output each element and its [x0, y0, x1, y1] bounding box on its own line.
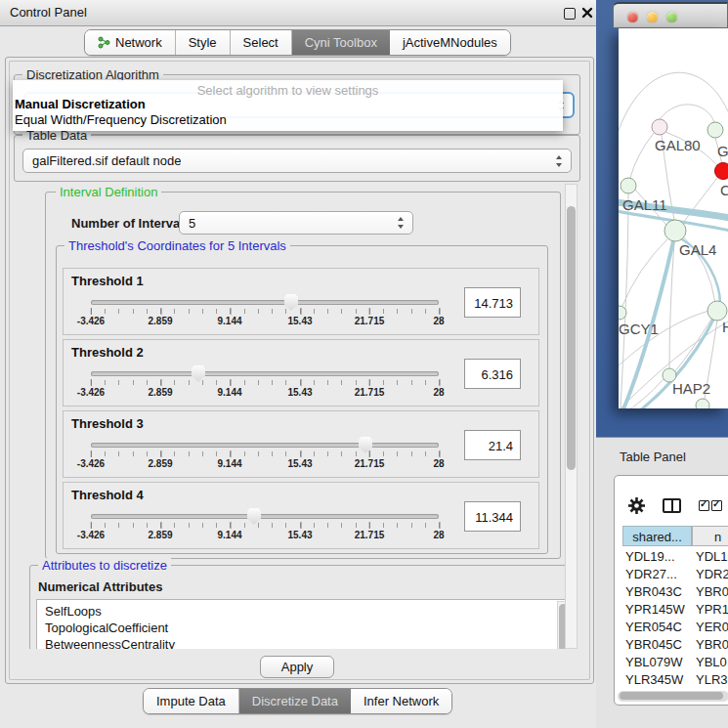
node-label-hap2: HAP2 [672, 380, 710, 397]
threshold-3-value-field[interactable]: 21.4 [464, 430, 521, 460]
node-label-partial-h: H [722, 319, 728, 335]
apply-button[interactable]: Apply [260, 656, 334, 678]
threshold-1-value-field[interactable]: 14.713 [464, 287, 521, 318]
attributes-group-title: Attributes to discretize [38, 558, 171, 573]
control-panel-tabs: Network Style Select Cyni Toolbox jActiv… [84, 29, 511, 56]
threshold-3-panel: Threshold 3 -3.426 2.859 9.144 15.43 21.… [63, 410, 539, 478]
tab-jactivemnodules[interactable]: jActiveMNodules [390, 30, 510, 55]
list-item[interactable]: SelfLoops [37, 600, 565, 620]
network-window-titlebar[interactable] [613, 2, 728, 28]
table-panel-area: Table Panel shared... n YDL19...YDL1 [596, 437, 728, 728]
node-gal11 [621, 178, 636, 193]
numerical-attributes-list: SelfLoops TopologicalCoefficient Between… [36, 599, 565, 649]
interval-definition-groupbox: Interval Definition Number of Intervals … [45, 192, 561, 559]
thresholds-group-title: Threshold's Coordinates for 5 Intervals [64, 238, 290, 253]
select-checkbox-icon[interactable] [711, 500, 722, 511]
list-item[interactable]: BetweennessCentrality [37, 636, 565, 649]
thresholds-groupbox: Threshold's Coordinates for 5 Intervals … [56, 245, 548, 554]
screen: Control Panel Network Style Select Cyni … [0, 0, 728, 728]
network-icon [98, 36, 110, 49]
algorithm-dropdown-popup: Select algorithm to view settings Manual… [13, 80, 563, 131]
cyni-bottom-tabs: Impute Data Discretize Data Infer Networ… [143, 688, 452, 714]
node-table-box: shared... n YDL19...YDL1 YDR27...YDR2 YB… [614, 475, 728, 706]
tab-network[interactable]: Network [85, 30, 176, 55]
tick-strip [91, 451, 440, 456]
column-split-icon[interactable] [663, 498, 681, 513]
network-view-canvas[interactable]: GAL80 GA GAL11 C GAL4 GCY1 H HAP2 [619, 28, 728, 408]
list-item[interactable]: TopologicalCoefficient [37, 620, 565, 636]
threshold-1-label: Threshold 1 [71, 274, 144, 288]
interval-definition-title: Interval Definition [56, 185, 161, 199]
table-panel-title: Table Panel [620, 450, 686, 464]
float-window-icon[interactable] [564, 8, 576, 20]
attributes-groupbox: Attributes to discretize Numerical Attri… [29, 565, 565, 649]
node-h [707, 301, 727, 321]
threshold-3-slider-track[interactable] [91, 443, 439, 448]
threshold-1-panel: Threshold 1 -3.426 2.859 9.144 15.43 21.… [63, 268, 539, 335]
tick-strip [91, 309, 440, 314]
network-graph: GAL80 GA GAL11 C GAL4 GCY1 H HAP2 [619, 28, 728, 408]
settings-scroll-viewport: Interval Definition Number of Intervals … [14, 184, 565, 649]
node-label-gal4: GAL4 [679, 241, 716, 258]
dropdown-option-manual[interactable]: Manual Discretization [15, 97, 146, 112]
threshold-3-label: Threshold 3 [71, 416, 144, 431]
node-label-gal80: GAL80 [655, 137, 701, 153]
threshold-4-slider-track[interactable] [91, 514, 439, 519]
column-header-shared-name[interactable]: shared... [622, 526, 692, 546]
combo-arrows-icon [398, 217, 405, 229]
maximize-traffic-light-icon[interactable] [666, 12, 677, 22]
table-data-groupbox: Table Data galFiltered.sif default node [14, 135, 580, 182]
threshold-2-panel: Threshold 2 -3.426 2.859 9.144 15.43 21.… [63, 339, 539, 407]
threshold-2-slider-track[interactable] [91, 371, 439, 376]
numerical-attributes-label: Numerical Attributes [38, 579, 162, 594]
table-row[interactable]: YLR345WYLR3 [615, 671, 728, 689]
threshold-4-panel: Threshold 4 -3.426 2.859 9.144 15.43 21.… [63, 482, 539, 549]
minimize-traffic-light-icon[interactable] [647, 12, 658, 22]
node-gal4 [664, 220, 686, 241]
tab-discretize-data[interactable]: Discretize Data [239, 689, 351, 713]
dropdown-option-equal-width[interactable]: Equal Width/Frequency Discretization [15, 112, 227, 128]
table-row[interactable]: YER054CYER0 [615, 619, 728, 636]
table-hscrollbar[interactable] [618, 691, 728, 702]
settings-scrollbar[interactable] [565, 184, 578, 649]
combo-arrows-icon [556, 155, 563, 167]
close-icon[interactable] [581, 7, 593, 19]
select-checkbox-icon[interactable] [699, 500, 709, 511]
algorithm-placeholder: Select algorithm to view settings [13, 83, 563, 98]
number-of-intervals-combobox[interactable]: 5 [179, 211, 413, 235]
table-row[interactable]: YBL079WYBL0 [615, 654, 728, 671]
threshold-2-value-field[interactable]: 6.316 [464, 359, 521, 389]
table-row[interactable]: YDL19...YDL1 [615, 548, 728, 566]
threshold-2-label: Threshold 2 [71, 345, 144, 360]
scrollbar-thumb[interactable] [620, 692, 723, 700]
column-header-name[interactable]: n [692, 526, 728, 546]
tick-strip [91, 523, 440, 528]
table-data-combobox[interactable]: galFiltered.sif default node [22, 149, 572, 173]
table-row[interactable]: YBR045CYBR0 [615, 636, 728, 654]
threshold-1-slider-track[interactable] [91, 300, 439, 305]
table-row[interactable]: YBR043CYBR0 [615, 583, 728, 601]
tab-infer-network[interactable]: Infer Network [351, 689, 451, 713]
window-title: Control Panel [10, 5, 87, 20]
tab-impute-data[interactable]: Impute Data [144, 689, 239, 713]
tick-strip [91, 380, 440, 385]
threshold-4-label: Threshold 4 [71, 488, 144, 502]
node-label-gcy1: GCY1 [619, 321, 659, 337]
gear-icon[interactable] [628, 497, 645, 514]
threshold-4-value-field[interactable]: 11.344 [464, 501, 521, 532]
node-red [715, 163, 728, 180]
list-scrollbar[interactable] [557, 601, 565, 649]
scrollbar-thumb[interactable] [567, 206, 576, 470]
tab-style[interactable]: Style [176, 30, 231, 55]
node-label-partial-c: C [720, 182, 728, 198]
tab-cyni-toolbox[interactable]: Cyni Toolbox [292, 30, 390, 55]
node-label-gal11: GAL11 [622, 196, 667, 213]
table-row[interactable]: YPR145WYPR1 [615, 601, 728, 619]
node-gal80 [652, 119, 667, 135]
node-label-partial-top: GA [717, 143, 728, 159]
close-traffic-light-icon[interactable] [627, 12, 638, 22]
node-bottom [696, 399, 709, 408]
tab-select[interactable]: Select [231, 30, 292, 55]
node-top-right [707, 122, 723, 138]
table-row[interactable]: YDR27...YDR2 [615, 566, 728, 583]
